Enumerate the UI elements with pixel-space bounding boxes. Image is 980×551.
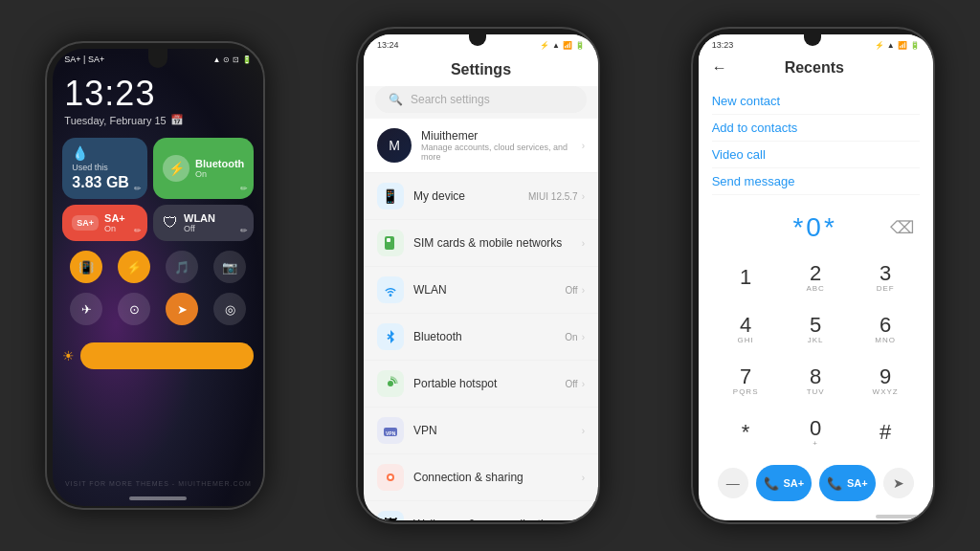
svg-point-6 bbox=[389, 475, 392, 479]
date-display: Tuesday, February 15 📅 bbox=[64, 114, 252, 126]
hotspot-label: Portable hotspot bbox=[413, 377, 556, 390]
account-item[interactable]: M Miuithemer Manage accounts, cloud serv… bbox=[364, 119, 598, 173]
account-text: Miuithemer Manage accounts, cloud servic… bbox=[421, 129, 572, 162]
phone-2: 13:24 ⚡ ▲ 📶 🔋 Settings 🔍 Search settings… bbox=[356, 27, 600, 524]
flash-button[interactable]: ⚡ bbox=[118, 251, 150, 283]
settings-item-bluetooth[interactable]: Bluetooth On › bbox=[364, 314, 598, 361]
bluetooth-status: On bbox=[195, 169, 244, 179]
camera-button[interactable]: 📷 bbox=[213, 251, 246, 283]
dial-key-6[interactable]: 6 MNO bbox=[852, 304, 920, 354]
settings-item-sim[interactable]: SIM cards & mobile networks › bbox=[364, 220, 598, 267]
hotspot-text: Portable hotspot bbox=[413, 377, 556, 390]
forward-button[interactable]: ➤ bbox=[883, 468, 914, 498]
send-message-option[interactable]: Send message bbox=[712, 168, 920, 195]
wallpaper-text: Wallpaper & personalization bbox=[413, 518, 572, 520]
wlan-tile[interactable]: 🛡 WLAN Off ✏ bbox=[153, 205, 254, 241]
brightness-slider[interactable] bbox=[80, 342, 254, 369]
sim-chevron: › bbox=[582, 238, 585, 249]
dialer-title: Recents bbox=[785, 59, 844, 77]
home-bar[interactable] bbox=[129, 496, 187, 500]
backspace-button[interactable]: ⌫ bbox=[890, 217, 914, 238]
phone1-screen: SA+ | SA+ ▲ ⊙ ⊡ 🔋 13:23 Tuesday, Februar… bbox=[53, 49, 263, 506]
water-edit[interactable]: ✏ bbox=[134, 184, 142, 193]
music-button[interactable]: 🎵 bbox=[166, 251, 198, 283]
dial-key-7[interactable]: 7 PQRS bbox=[712, 356, 780, 406]
dialer-status-icons: ⚡ ▲ 📶 🔋 bbox=[875, 40, 920, 50]
search-bar[interactable]: 🔍 Search settings bbox=[375, 86, 587, 113]
call-label-2: SA+ bbox=[847, 477, 868, 489]
new-contact-option[interactable]: New contact bbox=[712, 88, 920, 115]
search-icon: 🔍 bbox=[389, 93, 403, 106]
dial-key-hash[interactable]: # bbox=[852, 408, 920, 457]
wlan-settings-status: Off › bbox=[565, 285, 585, 296]
brightness-icon: ☀ bbox=[62, 348, 75, 364]
settings-item-connection[interactable]: Connection & sharing › bbox=[364, 454, 598, 501]
dial-key-star[interactable]: * bbox=[712, 408, 780, 457]
back-button[interactable]: ← bbox=[712, 59, 727, 77]
settings-title: Settings bbox=[364, 55, 598, 86]
dial-key-3[interactable]: 3 DEF bbox=[852, 253, 920, 302]
minus-button[interactable]: — bbox=[718, 468, 748, 498]
airplane-button[interactable]: ✈ bbox=[70, 293, 102, 325]
volume-up-button[interactable] bbox=[45, 120, 47, 148]
settings-item-hotspot[interactable]: Portable hotspot Off › bbox=[364, 361, 598, 408]
search-placeholder: Search settings bbox=[411, 93, 490, 106]
call-button-1[interactable]: 📞 SA+ bbox=[756, 465, 813, 501]
vpn-chevron: › bbox=[582, 426, 585, 436]
account-subtitle: Manage accounts, cloud services, and mor… bbox=[421, 143, 572, 162]
dial-key-8[interactable]: 8 TUV bbox=[782, 356, 850, 406]
sa-edit[interactable]: ✏ bbox=[134, 226, 142, 235]
call-button-2[interactable]: 📞 SA+ bbox=[819, 465, 876, 501]
tiles-grid: 💧 Used this 3.83 GB ✏ ⚡ Bluetooth On ✏ S… bbox=[53, 134, 263, 245]
settings-time: 13:24 bbox=[377, 40, 399, 50]
settings-item-wallpaper[interactable]: 🖼 Wallpaper & personalization › bbox=[364, 501, 598, 520]
accessibility-button[interactable]: ⊙ bbox=[118, 293, 150, 325]
account-chevron: › bbox=[582, 141, 585, 151]
account-avatar: M bbox=[377, 128, 412, 163]
home-bar-3[interactable] bbox=[876, 515, 933, 518]
dial-key-1[interactable]: 1 bbox=[712, 253, 780, 302]
my-device-badge: MIUI 12.5.7 › bbox=[528, 191, 585, 202]
dial-display: *0* ⌫ bbox=[699, 203, 933, 253]
dial-key-2[interactable]: 2 ABC bbox=[782, 253, 850, 302]
water-tile[interactable]: 💧 Used this 3.83 GB ✏ bbox=[62, 138, 147, 199]
media-controls: 📳 ⚡ 🎵 📷 bbox=[53, 249, 263, 285]
bluetooth-settings-icon bbox=[377, 323, 404, 350]
connection-text: Connection & sharing bbox=[413, 471, 572, 484]
dial-key-5[interactable]: 5 JKL bbox=[782, 304, 850, 354]
bluetooth-settings-text: Bluetooth bbox=[413, 330, 555, 343]
wallpaper-icon: 🖼 bbox=[377, 511, 404, 520]
add-to-contacts-option[interactable]: Add to contacts bbox=[712, 115, 920, 142]
volume-down-button[interactable] bbox=[45, 156, 47, 185]
settings-item-wlan[interactable]: WLAN Off › bbox=[364, 267, 598, 314]
power-button-3[interactable] bbox=[933, 124, 935, 172]
dialer-actions: — 📞 SA+ 📞 SA+ ➤ bbox=[699, 457, 933, 513]
nfc-button[interactable]: ◎ bbox=[213, 293, 246, 325]
settings-item-my-device[interactable]: 📱 My device MIUI 12.5.7 › bbox=[364, 173, 598, 220]
sa-icon: SA+ bbox=[72, 215, 99, 231]
vpn-text: VPN bbox=[413, 424, 572, 437]
location-button[interactable]: ➤ bbox=[166, 293, 198, 325]
power-button[interactable] bbox=[263, 129, 265, 177]
sa-tile[interactable]: SA+ SA+ On ✏ bbox=[62, 205, 147, 241]
dialer-header: ← Recents bbox=[699, 54, 933, 84]
connection-label: Connection & sharing bbox=[413, 471, 572, 484]
dial-key-4[interactable]: 4 GHI bbox=[712, 304, 780, 354]
dial-key-9[interactable]: 9 WXYZ bbox=[852, 356, 920, 406]
settings-item-vpn[interactable]: VPN VPN › bbox=[364, 408, 598, 454]
call-icon-2: 📞 bbox=[827, 476, 842, 491]
video-call-option[interactable]: Video call bbox=[712, 142, 920, 168]
recents-options: New contact Add to contacts Video call S… bbox=[699, 84, 933, 199]
vibrate-button[interactable]: 📳 bbox=[70, 251, 102, 283]
sim-label: SIM cards & mobile networks bbox=[413, 236, 572, 250]
account-name: Miuithemer bbox=[421, 129, 572, 143]
wlan-settings-label: WLAN bbox=[413, 283, 556, 297]
dial-key-0[interactable]: 0 + bbox=[782, 408, 850, 457]
connection-chevron: › bbox=[582, 473, 585, 483]
wlan-edit[interactable]: ✏ bbox=[240, 226, 248, 235]
water-label: Used this bbox=[72, 163, 138, 172]
bluetooth-settings-status: On › bbox=[565, 332, 585, 342]
power-button-2[interactable] bbox=[598, 124, 600, 172]
bluetooth-edit[interactable]: ✏ bbox=[240, 184, 248, 193]
bluetooth-tile[interactable]: ⚡ Bluetooth On ✏ bbox=[153, 138, 254, 199]
